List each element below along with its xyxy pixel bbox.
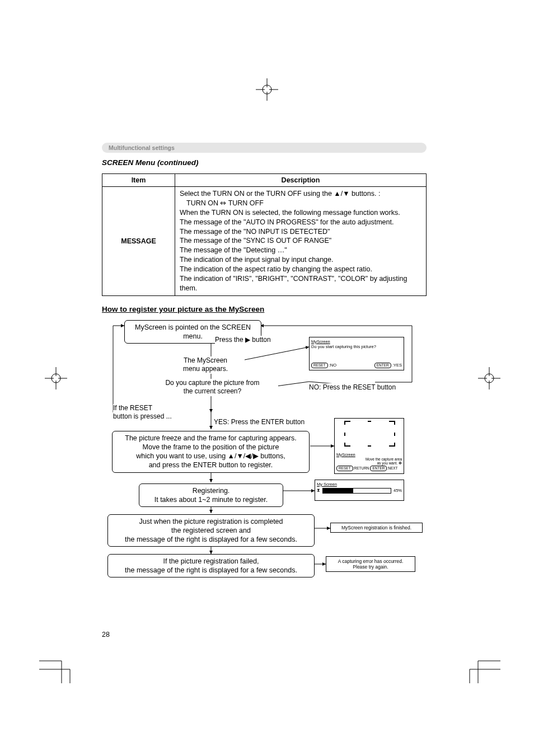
reset-btn-icon: RESET	[311, 363, 328, 368]
flow-box-capture: The picture freeze and the frame for cap…	[112, 431, 310, 473]
crop-mark-left	[45, 367, 67, 389]
b4a: Just when the picture registration is co…	[139, 518, 283, 525]
flow-box-failed: If the picture registration failed, the …	[107, 554, 315, 578]
lr1: If the RESET	[113, 404, 152, 412]
move-arrows-icon: ✥	[399, 461, 402, 465]
lr2: button is pressed ...	[113, 412, 172, 420]
b4c: the message of the right is displayed fo…	[125, 536, 297, 543]
arrows-icon: ▲/▼/◀/▶	[228, 452, 259, 460]
ui2-title: MyScreen	[336, 452, 402, 457]
ui1-title: MyScreen	[311, 339, 402, 344]
flowchart: MyScreen is pointed on the SCREEN menu. …	[102, 320, 427, 591]
section-header: Multifunctional settings	[102, 143, 427, 153]
enter-btn-icon: ENTER	[374, 363, 391, 368]
ui-dialog-start: MyScreen Do you start capturing this pic…	[309, 337, 404, 370]
svg-line-24	[233, 347, 309, 362]
b4b: the registered screen and	[171, 527, 251, 534]
b3a: Registering.	[193, 487, 230, 495]
hourglass-icon: ⧗	[317, 488, 320, 493]
desc-10: The indication of "IRIS", "BRIGHT", "CON…	[180, 275, 407, 292]
settings-table: Item Description MESSAGE Select the TURN…	[102, 173, 427, 296]
enter-btn-icon2: ENTER	[370, 466, 387, 471]
label-yes-enter: YES: Press the ENTER button	[214, 418, 305, 427]
ui1-yes: ENTER :YES	[374, 363, 402, 368]
page-content: Multifunctional settings SCREEN Menu (co…	[102, 143, 427, 591]
b2c-b: buttons,	[259, 452, 285, 460]
th-desc: Description	[175, 174, 427, 187]
label-if-reset: If the RESET button is pressed ...	[113, 404, 172, 421]
crop-mark-bottom-right	[467, 650, 500, 683]
ui2-l2: as you want.	[377, 461, 398, 465]
label-capture-question: Do you capture the picture from the curr…	[147, 379, 278, 396]
crop-mark-bottom-left	[39, 650, 73, 683]
ui5b: Please try again.	[353, 564, 388, 570]
svg-line-25	[277, 382, 309, 386]
capture-frame-icon	[336, 420, 403, 451]
l-cap2: the current screen?	[184, 387, 241, 395]
flow-box-registering: Registering. It takes about 1~2 minute t…	[139, 483, 283, 508]
progress-bar	[322, 488, 391, 494]
desc-5: The message of the "NO INPUT IS DETECTED…	[180, 228, 330, 236]
ui1-no: RESET :NO	[311, 363, 336, 368]
td-description: Select the TURN ON or the TURN OFF using…	[175, 187, 427, 296]
desc-6: The message of the "SYNC IS OUT OF RANGE…	[180, 237, 331, 245]
th-item: Item	[102, 174, 175, 187]
l-cap1: Do you capture the picture from	[165, 379, 259, 387]
desc-1a: Select the TURN ON or the TURN OFF using…	[180, 190, 334, 198]
section-title: How to register your picture as the MySc…	[102, 305, 427, 313]
desc-2: TURN ON ⇔ TURN OFF	[180, 199, 421, 208]
label-no-reset: NO: Press the RESET button	[309, 383, 396, 392]
page-subtitle: SCREEN Menu (continued)	[102, 158, 427, 167]
b2b: Move the frame to the position of the pi…	[143, 443, 279, 451]
ui-dialog-error: A capturing error has occurred. Please t…	[326, 556, 415, 572]
b5b: the message of the right is displayed fo…	[125, 566, 297, 574]
crop-mark-top	[256, 78, 278, 101]
ui5a: A capturing error has occurred.	[338, 558, 404, 564]
ui3-pct: 45%	[394, 488, 402, 493]
label-press-right: Press the ▶ button	[215, 336, 271, 345]
b2d: and press the ENTER button to register.	[149, 461, 273, 469]
ui2-next: :NEXT	[387, 466, 397, 470]
b3b: It takes about 1~2 minute to register.	[154, 496, 268, 504]
label-myscreen-menu: The MyScreen menu appears.	[166, 356, 245, 374]
up-down-icon: ▲/▼	[334, 190, 349, 198]
ui-dialog-move: MyScreen Move the capture area as you wa…	[334, 418, 404, 474]
b2a: The picture freeze and the frame for cap…	[125, 434, 296, 442]
desc-8: The indication of the input signal by in…	[180, 256, 334, 264]
td-item: MESSAGE	[102, 187, 175, 296]
ui2-return: :RETURN	[353, 466, 369, 470]
flow-box-completed: Just when the picture registration is co…	[107, 514, 315, 547]
desc-3: When the TURN ON is selected, the follow…	[180, 209, 400, 217]
desc-1b: buttons. :	[350, 190, 381, 198]
desc-4: The message of the "AUTO IN PROGRESS" fo…	[180, 218, 394, 226]
ui2-l1: Move the capture area	[366, 457, 402, 461]
ui-dialog-progress: My Screen ⧗ 45%	[315, 480, 404, 501]
l-myscreen2: menu appears.	[183, 365, 228, 373]
b5a: If the picture registration failed,	[163, 557, 259, 565]
ui1-line: Do you start capturing this picture?	[311, 344, 402, 349]
b2c-a: which you want to use, using	[136, 452, 227, 460]
desc-7: The message of the "Detecting …"	[180, 246, 287, 254]
ui-dialog-finished: MyScreen registration is finished.	[330, 523, 423, 533]
crop-mark-right	[478, 367, 500, 389]
ui3-title: My Screen	[317, 482, 402, 487]
desc-9: The indication of the aspect ratio by ch…	[180, 265, 372, 273]
page-number: 28	[102, 631, 110, 638]
l-myscreen1: The MyScreen	[184, 356, 227, 364]
reset-btn-icon2: RESET	[336, 466, 353, 471]
